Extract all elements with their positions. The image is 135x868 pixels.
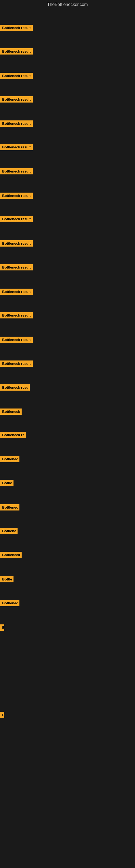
bottleneck-badge-8[interactable]: Bottleneck result bbox=[0, 193, 33, 199]
bottleneck-badge-1[interactable]: Bottleneck result bbox=[0, 25, 33, 31]
bottleneck-item-6: Bottleneck result bbox=[0, 144, 33, 151]
bottleneck-badge-21[interactable]: Bottlenec bbox=[0, 504, 19, 510]
bottleneck-badge-5[interactable]: Bottleneck result bbox=[0, 120, 33, 127]
bottleneck-item-15: Bottleneck result bbox=[0, 361, 33, 368]
bottleneck-item-14: Bottleneck result bbox=[0, 337, 33, 344]
bottleneck-badge-3[interactable]: Bottleneck result bbox=[0, 73, 33, 79]
bottleneck-item-13: Bottleneck result bbox=[0, 312, 33, 319]
bottleneck-item-11: Bottleneck result bbox=[0, 264, 33, 272]
bottleneck-item-18: Bottleneck re bbox=[0, 432, 26, 439]
bottleneck-badge-22[interactable]: Bottlene bbox=[0, 528, 17, 534]
bottleneck-item-8: Bottleneck result bbox=[0, 193, 33, 200]
bottleneck-badge-4[interactable]: Bottleneck result bbox=[0, 96, 33, 102]
bottleneck-badge-11[interactable]: Bottleneck result bbox=[0, 264, 33, 271]
bottleneck-item-4: Bottleneck result bbox=[0, 96, 33, 104]
bottleneck-badge-15[interactable]: Bottleneck result bbox=[0, 361, 33, 367]
bottleneck-item-10: Bottleneck result bbox=[0, 240, 33, 248]
bottleneck-item-19: Bottlenec bbox=[0, 456, 19, 463]
bottleneck-badge-19[interactable]: Bottlenec bbox=[0, 456, 19, 462]
bottleneck-badge-13[interactable]: Bottleneck result bbox=[0, 312, 33, 318]
bottleneck-badge-25[interactable]: Bottlenec bbox=[0, 600, 19, 606]
bottleneck-item-24: Bottle bbox=[0, 576, 13, 584]
bottleneck-badge-24[interactable]: Bottle bbox=[0, 576, 13, 582]
bottleneck-badge-14[interactable]: Bottleneck result bbox=[0, 337, 33, 343]
bottleneck-item-20: Bottle bbox=[0, 480, 13, 487]
bottleneck-badge-18[interactable]: Bottleneck re bbox=[0, 432, 26, 438]
bottleneck-item-17: Bottleneck bbox=[0, 408, 21, 416]
bottleneck-badge-23[interactable]: Bottleneck bbox=[0, 552, 21, 558]
bottleneck-badge-2[interactable]: Bottleneck result bbox=[0, 48, 33, 55]
bottleneck-item-1: Bottleneck result bbox=[0, 25, 33, 32]
bottleneck-item-7: Bottleneck result bbox=[0, 168, 33, 176]
bottleneck-item-22: Bottlene bbox=[0, 528, 17, 535]
bottleneck-item-5: Bottleneck result bbox=[0, 120, 33, 128]
bottleneck-badge-7[interactable]: Bottleneck result bbox=[0, 168, 33, 175]
bottleneck-item-27: B bbox=[0, 712, 4, 719]
bottleneck-item-9: Bottleneck result bbox=[0, 216, 33, 223]
bottleneck-badge-12[interactable]: Bottleneck result bbox=[0, 289, 33, 295]
bottleneck-badge-16[interactable]: Bottleneck resu bbox=[0, 384, 30, 391]
bottleneck-item-23: Bottleneck bbox=[0, 552, 21, 559]
bottleneck-badge-20[interactable]: Bottle bbox=[0, 480, 13, 486]
site-title: TheBottlenecker.com bbox=[0, 0, 135, 9]
bottleneck-badge-27[interactable]: B bbox=[0, 712, 4, 718]
bottleneck-item-25: Bottlenec bbox=[0, 600, 19, 607]
bottleneck-item-16: Bottleneck resu bbox=[0, 384, 30, 392]
bottleneck-item-26: B bbox=[0, 624, 4, 632]
bottleneck-item-3: Bottleneck result bbox=[0, 73, 33, 80]
bottleneck-item-2: Bottleneck result bbox=[0, 48, 33, 56]
bottleneck-badge-17[interactable]: Bottleneck bbox=[0, 408, 21, 415]
bottleneck-item-12: Bottleneck result bbox=[0, 289, 33, 296]
bottleneck-badge-26[interactable]: B bbox=[0, 624, 4, 631]
bottleneck-item-21: Bottlenec bbox=[0, 504, 19, 512]
bottleneck-badge-9[interactable]: Bottleneck result bbox=[0, 216, 33, 222]
bottleneck-badge-10[interactable]: Bottleneck result bbox=[0, 240, 33, 247]
bottleneck-badge-6[interactable]: Bottleneck result bbox=[0, 144, 33, 150]
